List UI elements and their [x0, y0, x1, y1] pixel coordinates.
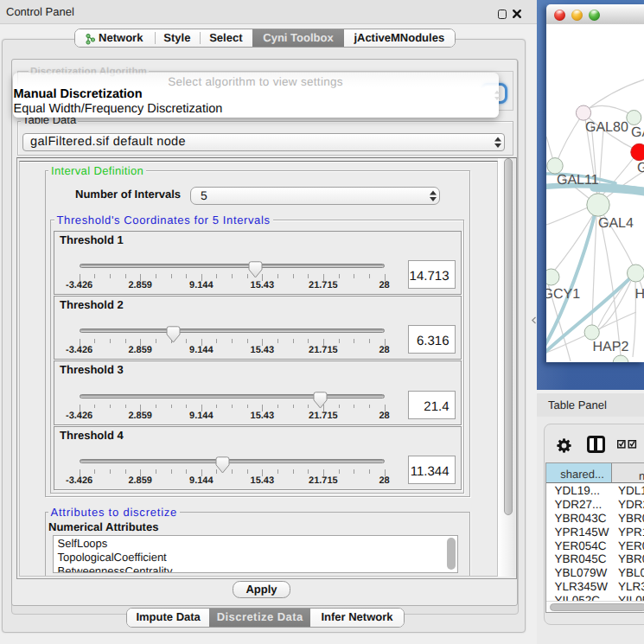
svg-text:GAL4: GAL4 [598, 216, 634, 231]
svg-text:GA: GA [631, 125, 644, 140]
svg-text:GAL80: GAL80 [585, 120, 628, 135]
svg-text:H: H [635, 287, 644, 302]
svg-text:G: G [637, 161, 644, 175]
svg-text:HAP2: HAP2 [593, 340, 629, 354]
svg-text:GAL11: GAL11 [557, 173, 599, 188]
svg-text:GCY1: GCY1 [546, 287, 580, 302]
